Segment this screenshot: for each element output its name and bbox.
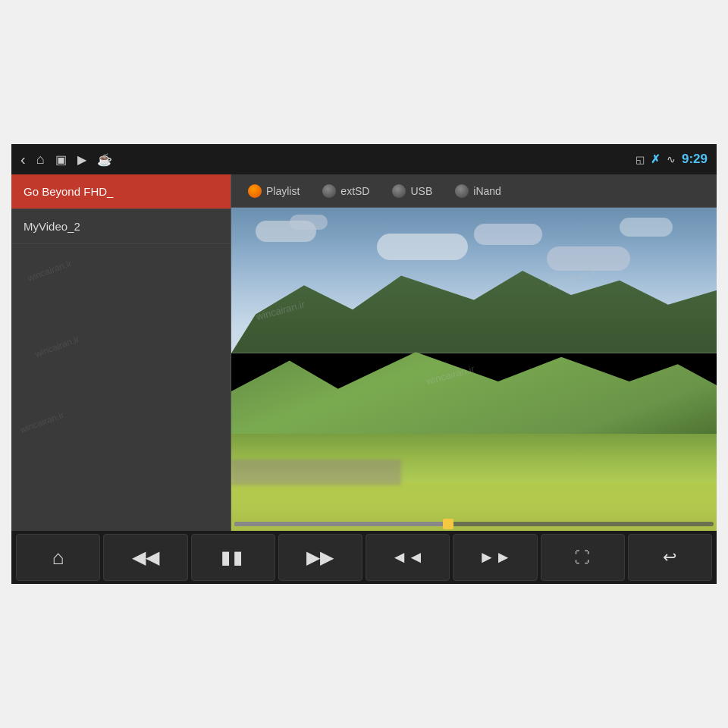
video-progress[interactable] [234,522,714,526]
camera-button[interactable]: ▶ [77,152,86,167]
cast-icon: ◱ [635,154,645,165]
prev-button[interactable]: ◀◀ [103,534,187,581]
bottom-controls: ⌂ ◀◀ ▮▮ ▶▶ ◄◄ ►► ⛶ ↩ [11,531,717,584]
cloud-3 [377,234,468,260]
usb-dot [392,184,406,198]
extsd-dot [322,184,336,198]
back-control-button[interactable]: ↩ [628,534,712,581]
playlist-dot [248,184,262,198]
main-content: Go Beyond FHD_ MyVideo_2 wincairan.ir wi… [11,174,717,531]
inand-dot [455,184,469,198]
tab-inand[interactable]: iNand [446,181,510,201]
fast-forward-icon: ►► [479,548,512,567]
status-bar: ‹ ⌂ ▣ ▶ ☕ ◱ ✗ ∿ 9:29 [11,144,717,174]
video-thumbnail: wincairan.ir wincairan.ir wincairan.ir [231,208,717,531]
playlist-item-2[interactable]: MyVideo_2 [11,209,231,244]
tab-usb[interactable]: USB [383,181,441,201]
status-bar-right: ◱ ✗ ∿ 9:29 [635,152,708,167]
watermark-3: wincairan.ir [18,410,65,435]
progress-fill [234,522,450,526]
fullscreen-button[interactable]: ⛶ [541,534,625,581]
cloud-4 [474,224,542,245]
fullscreen-icon: ⛶ [575,549,590,566]
recents-button[interactable]: ▣ [55,152,67,167]
home-button[interactable]: ⌂ [36,152,45,168]
device-frame: ‹ ⌂ ▣ ▶ ☕ ◱ ✗ ∿ 9:29 Go Beyond FHD_ MyVi… [11,144,717,584]
progress-thumb [443,519,453,529]
rewind-button[interactable]: ◄◄ [366,534,450,581]
rewind-icon: ◄◄ [391,548,425,567]
video-area[interactable]: wincairan.ir wincairan.ir wincairan.ir [231,208,717,531]
time-display: 9:29 [682,152,708,167]
fast-forward-button[interactable]: ►► [453,534,537,581]
watermark-1: wincairan.ir [26,258,73,284]
pause-icon: ▮▮ [221,547,245,568]
bluetooth-icon: ✗ [651,152,661,166]
playlist-panel: Go Beyond FHD_ MyVideo_2 wincairan.ir wi… [11,174,231,531]
playlist-item-1[interactable]: Go Beyond FHD_ [11,174,231,209]
back-control-icon: ↩ [663,548,676,567]
home-control-button[interactable]: ⌂ [16,534,100,581]
pause-button[interactable]: ▮▮ [191,534,275,581]
video-panel: Playlist extSD USB iNand [231,174,717,531]
cloud-2 [290,215,328,230]
tab-extsd[interactable]: extSD [313,181,378,201]
source-tabs: Playlist extSD USB iNand [231,174,717,208]
wifi-icon: ∿ [667,153,676,165]
prev-icon: ◀◀ [132,547,159,568]
cloud-6 [620,218,673,237]
next-button[interactable]: ▶▶ [278,534,362,581]
home-control-icon: ⌂ [52,546,64,570]
cloud-5 [547,246,630,271]
next-icon: ▶▶ [306,547,334,568]
watermark-2: wincairan.ir [33,334,80,359]
tab-playlist[interactable]: Playlist [239,181,309,201]
flowers-left [231,460,401,485]
bag-button[interactable]: ☕ [97,152,112,167]
back-button[interactable]: ‹ [20,151,26,168]
status-bar-left: ‹ ⌂ ▣ ▶ ☕ [20,151,112,168]
